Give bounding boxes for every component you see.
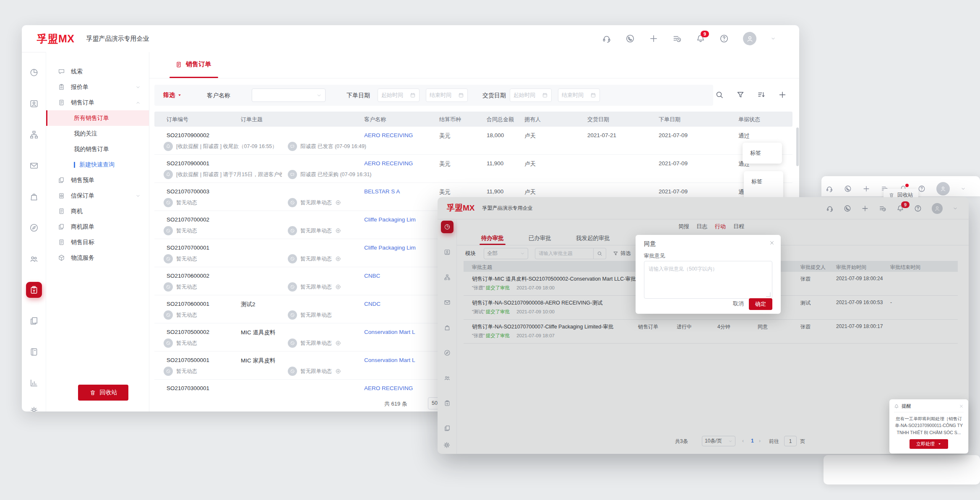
sidebar-item-线索[interactable]: 线索: [46, 64, 149, 79]
sidebar-item-销售目标[interactable]: 销售目标: [46, 234, 149, 250]
column-header-单据状态: 单据状态: [738, 116, 760, 123]
confirm-button[interactable]: 确定: [749, 298, 772, 310]
add-follow-icon[interactable]: [335, 228, 341, 234]
doc-icon: [58, 239, 65, 246]
nav-orders[interactable]: [26, 282, 42, 298]
docs-icon: [58, 223, 65, 230]
customer-select[interactable]: [252, 89, 326, 102]
delivery-date-start-input[interactable]: 起始时间: [510, 89, 552, 102]
chevron-down-icon[interactable]: [961, 186, 966, 191]
add-follow-icon[interactable]: [335, 256, 341, 262]
order-number-cell[interactable]: SO21070500001: [167, 357, 209, 363]
avatar[interactable]: [936, 182, 950, 195]
plus-button[interactable]: [863, 185, 870, 193]
sidebar-item-label: 销售预单: [71, 177, 94, 184]
prohibit-icon: [290, 200, 295, 205]
customer-link[interactable]: AERO RECEIVING: [364, 160, 436, 167]
customer-link[interactable]: CNBC: [364, 273, 436, 279]
sidebar-item-报价单[interactable]: 报价单: [46, 79, 149, 95]
nav-bag[interactable]: [26, 189, 42, 205]
tag-menu-item[interactable]: 标签: [744, 175, 783, 188]
order-number-cell[interactable]: SO21070700002: [167, 216, 209, 223]
cancel-button[interactable]: 取消: [733, 300, 744, 307]
close-icon[interactable]: [959, 404, 964, 409]
order-number-cell[interactable]: SO21070900002: [167, 132, 209, 138]
customer-link[interactable]: Cliffe Packaging Lim: [364, 245, 436, 251]
nav-team[interactable]: [26, 251, 42, 267]
nav-pages[interactable]: [26, 313, 42, 329]
order-date-end-input[interactable]: 结束时间: [426, 89, 468, 102]
sidebar-item-销售订单[interactable]: 销售订单: [46, 95, 149, 110]
funnel-button[interactable]: [736, 91, 745, 99]
delivery-date-end-input[interactable]: 结束时间: [558, 89, 600, 102]
customer-link[interactable]: Conservation Mart L: [364, 329, 436, 335]
customer-link[interactable]: BELSTAR S A: [364, 188, 436, 195]
sidebar-quick-search[interactable]: 新建快速查询: [46, 157, 149, 172]
sidebar-item-商机跟单[interactable]: 商机跟单: [46, 219, 149, 234]
order-number-cell[interactable]: SO21070500002: [167, 329, 209, 335]
plus-button[interactable]: [778, 91, 787, 99]
plus-button[interactable]: [649, 34, 658, 43]
customer-link[interactable]: AERO RECEIVING: [364, 385, 436, 391]
question-button[interactable]: [719, 34, 729, 43]
quick-search-label: 新建快速查询: [79, 161, 115, 169]
avatar[interactable]: [743, 32, 756, 45]
opinion-textarea[interactable]: 请输入审批意见（500字以内）: [644, 261, 772, 299]
sidebar-item-信保订单[interactable]: 信保订单: [46, 188, 149, 203]
customer-link[interactable]: Cliffe Packaging Lim: [364, 216, 436, 223]
handle-now-button[interactable]: 立即处理: [910, 439, 948, 449]
nav-dashboard[interactable]: [26, 65, 42, 81]
chat-icon: [288, 142, 297, 151]
settings-gear-icon[interactable]: [30, 406, 38, 411]
sidebar-subitem-所有销售订单[interactable]: 所有销售订单: [46, 110, 149, 126]
bell-button[interactable]: 9: [696, 34, 705, 43]
resize-grip[interactable]: [766, 292, 771, 297]
nav-notebook[interactable]: [26, 344, 42, 360]
sidebar-item-销售预单[interactable]: 销售预单: [46, 172, 149, 188]
order-number-cell[interactable]: SO21070600001: [167, 301, 209, 307]
phone-button[interactable]: [626, 34, 635, 43]
order-number-cell[interactable]: SO21070900001: [167, 160, 209, 167]
order-number-cell[interactable]: SO21070700003: [167, 188, 209, 195]
nav-org[interactable]: [26, 127, 42, 143]
doc-icon: [175, 61, 182, 68]
headset-button[interactable]: [602, 34, 611, 43]
sidebar-subitem-我的关注[interactable]: 我的关注: [46, 126, 149, 141]
nav-contacts[interactable]: [26, 96, 42, 112]
nav-chart[interactable]: [26, 375, 42, 391]
add-follow-icon[interactable]: [335, 340, 341, 346]
tag-menu-item[interactable]: 标签: [743, 146, 782, 160]
customer-link[interactable]: Conservation Mart L: [364, 357, 436, 363]
order-number-cell[interactable]: SO21070600002: [167, 273, 209, 279]
box-icon: [58, 254, 65, 261]
sidebar-item-物流服务[interactable]: 物流服务: [46, 250, 149, 266]
sidebar-subitem-我的销售订单[interactable]: 我的销售订单: [46, 141, 149, 157]
sidebar-item-商机[interactable]: 商机: [46, 203, 149, 219]
order-date-start-input[interactable]: 起始时间: [378, 89, 420, 102]
search-button[interactable]: [715, 91, 724, 99]
customer-link[interactable]: CNDC: [364, 301, 436, 307]
add-follow-icon[interactable]: [335, 368, 341, 374]
filter-toggle[interactable]: 筛选: [163, 91, 182, 99]
question-button[interactable]: [918, 185, 925, 193]
sort-button[interactable]: [757, 91, 766, 99]
order-number-cell[interactable]: SO21070700001: [167, 245, 209, 251]
nav-mail[interactable]: [26, 158, 42, 174]
tab-sales-orders[interactable]: 销售订单: [175, 60, 211, 68]
table-scrollbar[interactable]: [796, 128, 799, 166]
recycle-bin-button[interactable]: 回收站: [78, 385, 128, 401]
delivery-date-cell: 2021-07-21: [587, 132, 616, 138]
chevron-down-icon[interactable]: [771, 36, 776, 41]
add-follow-icon[interactable]: [335, 284, 341, 290]
clipboard-icon: [58, 83, 65, 91]
order-number-cell[interactable]: SO21070300001: [167, 385, 209, 391]
phone-icon: [844, 185, 852, 193]
phone-button[interactable]: [844, 185, 852, 193]
headset-button[interactable]: [826, 185, 833, 193]
approve-dialog: 同意 审批意见 请输入审批意见（500字以内） 取消 确定: [636, 235, 781, 314]
customer-link[interactable]: AERO RECEIVING: [364, 132, 436, 138]
close-icon[interactable]: [769, 240, 775, 246]
nav-compass[interactable]: [26, 220, 42, 236]
add-follow-icon[interactable]: [335, 200, 341, 206]
todo-button[interactable]: [672, 34, 682, 43]
